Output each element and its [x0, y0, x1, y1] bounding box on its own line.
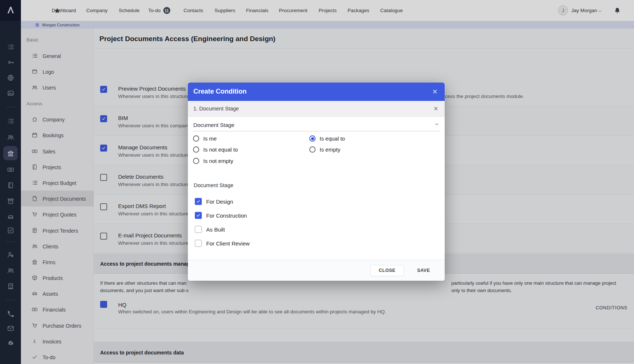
radio-is-not-equal-to[interactable]: Is not equal to: [193, 146, 238, 153]
option-for-design[interactable]: For Design: [195, 198, 233, 205]
option-checkbox: [195, 240, 202, 247]
option-checkbox: [195, 198, 202, 205]
option-as-built[interactable]: As Built: [195, 226, 225, 233]
option-label: For Construction: [206, 212, 247, 219]
radio-is-me[interactable]: Is me: [193, 135, 217, 142]
app-root: DashboardCompanyScheduleTo-do11ContactsS…: [0, 0, 634, 364]
condition-title: 1. Document Stage: [193, 106, 239, 112]
radio-label: Is me: [203, 135, 217, 142]
radio-label: Is not equal to: [203, 146, 238, 153]
condition-remove-icon[interactable]: [433, 106, 438, 113]
condition-strip: 1. Document Stage: [188, 101, 445, 117]
chevron-down-icon[interactable]: [434, 121, 440, 128]
radio-is-empty[interactable]: Is empty: [309, 146, 340, 153]
radio-circle: [193, 146, 199, 153]
radio-is-not-empty[interactable]: Is not empty: [193, 158, 233, 164]
option-label: For Design: [206, 199, 233, 205]
radio-is-equal-to[interactable]: Is equal to: [309, 135, 345, 142]
radio-label: Is not empty: [203, 158, 233, 164]
radio-label: Is empty: [320, 146, 340, 153]
radio-circle: [193, 158, 199, 164]
save-button[interactable]: SAVE: [417, 268, 430, 273]
radio-circle: [309, 146, 316, 153]
modal-close-icon[interactable]: [432, 88, 438, 96]
radio-circle: [193, 135, 199, 142]
option-label: As Built: [206, 226, 225, 233]
option-label: For Client Review: [206, 240, 249, 247]
radio-circle: [309, 135, 316, 142]
select-underline: [193, 131, 440, 131]
option-for-construction[interactable]: For Construction: [195, 212, 247, 219]
option-checkbox: [195, 226, 202, 233]
options-group-label: Document Stage: [194, 182, 233, 188]
option-checkbox: [195, 212, 202, 219]
radio-label: Is equal to: [320, 135, 345, 142]
close-button[interactable]: CLOSE: [370, 265, 404, 276]
field-select[interactable]: Document Stage: [193, 122, 234, 128]
option-for-client-review[interactable]: For Client Review: [195, 240, 249, 247]
create-condition-modal: Create Condition 1. Document Stage Docum…: [188, 83, 445, 281]
modal-header: Create Condition: [188, 83, 445, 101]
modal-footer: CLOSE SAVE: [188, 260, 445, 281]
modal-title: Create Condition: [193, 88, 247, 95]
